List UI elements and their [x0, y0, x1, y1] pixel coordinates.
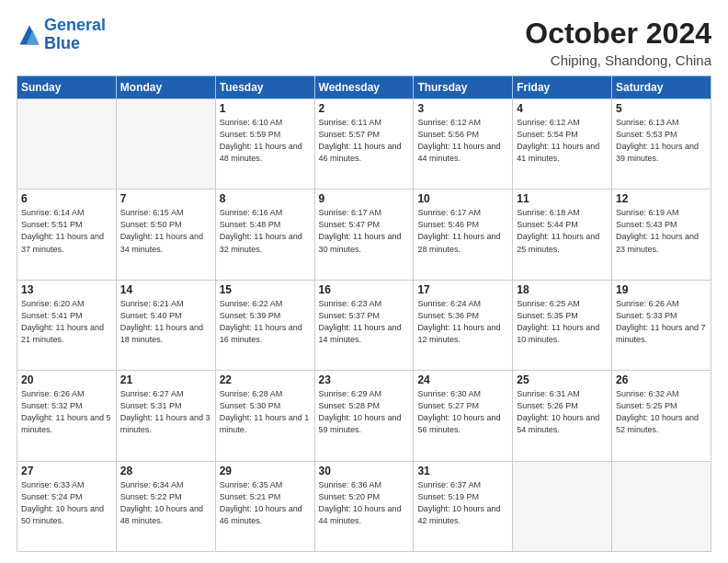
calendar-cell: 2Sunrise: 6:11 AM Sunset: 5:57 PM Daylig… — [314, 99, 414, 190]
month-year: October 2024 — [525, 17, 711, 51]
day-number: 10 — [417, 192, 508, 205]
calendar-week-row: 20Sunrise: 6:26 AM Sunset: 5:32 PM Dayli… — [17, 371, 711, 461]
page: General Blue October 2024 Chiping, Shand… — [0, 0, 728, 563]
calendar-week-row: 6Sunrise: 6:14 AM Sunset: 5:51 PM Daylig… — [17, 190, 711, 280]
calendar-week-row: 27Sunrise: 6:33 AM Sunset: 5:24 PM Dayli… — [17, 461, 711, 551]
day-number: 7 — [120, 192, 211, 205]
day-number: 9 — [319, 192, 410, 205]
day-number: 13 — [21, 283, 112, 296]
cell-info: Sunrise: 6:13 AM Sunset: 5:53 PM Dayligh… — [616, 117, 707, 165]
cell-info: Sunrise: 6:31 AM Sunset: 5:26 PM Dayligh… — [517, 388, 608, 436]
cell-info: Sunrise: 6:17 AM Sunset: 5:47 PM Dayligh… — [319, 207, 410, 255]
calendar-cell: 10Sunrise: 6:17 AM Sunset: 5:46 PM Dayli… — [414, 190, 513, 280]
day-number: 24 — [417, 373, 508, 386]
logo-line1: General — [44, 16, 106, 34]
day-number: 22 — [220, 373, 311, 386]
day-number: 25 — [517, 373, 608, 386]
cell-info: Sunrise: 6:20 AM Sunset: 5:41 PM Dayligh… — [21, 298, 112, 346]
cell-info: Sunrise: 6:12 AM Sunset: 5:56 PM Dayligh… — [417, 117, 508, 165]
calendar-week-row: 1Sunrise: 6:10 AM Sunset: 5:59 PM Daylig… — [17, 99, 711, 190]
calendar-week-row: 13Sunrise: 6:20 AM Sunset: 5:41 PM Dayli… — [17, 280, 711, 370]
day-number: 29 — [220, 465, 311, 477]
day-number: 21 — [120, 373, 211, 386]
cell-info: Sunrise: 6:11 AM Sunset: 5:57 PM Dayligh… — [319, 117, 410, 165]
calendar-header-row: SundayMondayTuesdayWednesdayThursdayFrid… — [17, 76, 711, 99]
day-number: 3 — [417, 102, 508, 115]
day-number: 17 — [417, 283, 508, 296]
calendar-cell: 22Sunrise: 6:28 AM Sunset: 5:30 PM Dayli… — [215, 371, 314, 461]
calendar-cell: 5Sunrise: 6:13 AM Sunset: 5:53 PM Daylig… — [612, 99, 711, 190]
calendar-cell: 20Sunrise: 6:26 AM Sunset: 5:32 PM Dayli… — [17, 371, 117, 461]
title-block: October 2024 Chiping, Shandong, China — [525, 17, 711, 68]
calendar-cell — [116, 99, 215, 190]
calendar-cell: 18Sunrise: 6:25 AM Sunset: 5:35 PM Dayli… — [513, 280, 612, 370]
day-number: 1 — [220, 102, 311, 115]
logo-line2: Blue — [44, 34, 80, 52]
day-number: 18 — [517, 283, 608, 296]
day-of-week-header: Tuesday — [215, 76, 314, 99]
calendar-cell: 29Sunrise: 6:35 AM Sunset: 5:21 PM Dayli… — [215, 461, 314, 551]
calendar-cell: 21Sunrise: 6:27 AM Sunset: 5:31 PM Dayli… — [116, 371, 215, 461]
cell-info: Sunrise: 6:32 AM Sunset: 5:25 PM Dayligh… — [616, 388, 707, 436]
day-number: 6 — [21, 192, 112, 205]
calendar-cell: 19Sunrise: 6:26 AM Sunset: 5:33 PM Dayli… — [612, 280, 711, 370]
calendar-cell: 9Sunrise: 6:17 AM Sunset: 5:47 PM Daylig… — [314, 190, 414, 280]
calendar-cell: 23Sunrise: 6:29 AM Sunset: 5:28 PM Dayli… — [314, 371, 414, 461]
calendar-cell: 17Sunrise: 6:24 AM Sunset: 5:36 PM Dayli… — [414, 280, 513, 370]
day-number: 12 — [616, 192, 707, 205]
day-number: 28 — [120, 465, 211, 477]
day-number: 11 — [517, 192, 608, 205]
day-number: 5 — [616, 102, 707, 115]
calendar-cell: 6Sunrise: 6:14 AM Sunset: 5:51 PM Daylig… — [17, 190, 117, 280]
calendar-cell: 16Sunrise: 6:23 AM Sunset: 5:37 PM Dayli… — [314, 280, 414, 370]
day-number: 15 — [220, 283, 311, 296]
calendar-cell: 30Sunrise: 6:36 AM Sunset: 5:20 PM Dayli… — [314, 461, 414, 551]
logo-icon — [17, 22, 42, 48]
day-number: 14 — [120, 283, 211, 296]
location: Chiping, Shandong, China — [525, 52, 711, 68]
cell-info: Sunrise: 6:15 AM Sunset: 5:50 PM Dayligh… — [120, 207, 211, 255]
calendar-cell: 14Sunrise: 6:21 AM Sunset: 5:40 PM Dayli… — [116, 280, 215, 370]
calendar-cell: 8Sunrise: 6:16 AM Sunset: 5:48 PM Daylig… — [215, 190, 314, 280]
cell-info: Sunrise: 6:21 AM Sunset: 5:40 PM Dayligh… — [120, 298, 211, 346]
logo: General Blue — [17, 17, 106, 53]
cell-info: Sunrise: 6:25 AM Sunset: 5:35 PM Dayligh… — [517, 298, 608, 346]
cell-info: Sunrise: 6:29 AM Sunset: 5:28 PM Dayligh… — [319, 388, 410, 436]
cell-info: Sunrise: 6:19 AM Sunset: 5:43 PM Dayligh… — [616, 207, 707, 255]
cell-info: Sunrise: 6:34 AM Sunset: 5:22 PM Dayligh… — [120, 479, 211, 527]
calendar-cell: 28Sunrise: 6:34 AM Sunset: 5:22 PM Dayli… — [116, 461, 215, 551]
cell-info: Sunrise: 6:22 AM Sunset: 5:39 PM Dayligh… — [220, 298, 311, 346]
calendar-cell: 27Sunrise: 6:33 AM Sunset: 5:24 PM Dayli… — [17, 461, 117, 551]
calendar-cell: 7Sunrise: 6:15 AM Sunset: 5:50 PM Daylig… — [116, 190, 215, 280]
calendar-cell: 26Sunrise: 6:32 AM Sunset: 5:25 PM Dayli… — [612, 371, 711, 461]
calendar-cell: 11Sunrise: 6:18 AM Sunset: 5:44 PM Dayli… — [513, 190, 612, 280]
day-number: 4 — [517, 102, 608, 115]
day-number: 31 — [417, 465, 508, 477]
cell-info: Sunrise: 6:37 AM Sunset: 5:19 PM Dayligh… — [417, 479, 508, 527]
cell-info: Sunrise: 6:27 AM Sunset: 5:31 PM Dayligh… — [120, 388, 211, 436]
day-number: 16 — [319, 283, 410, 296]
day-number: 26 — [616, 373, 707, 386]
day-of-week-header: Thursday — [414, 76, 513, 99]
cell-info: Sunrise: 6:26 AM Sunset: 5:32 PM Dayligh… — [21, 388, 112, 436]
calendar-cell: 13Sunrise: 6:20 AM Sunset: 5:41 PM Dayli… — [17, 280, 117, 370]
day-number: 20 — [21, 373, 112, 386]
day-of-week-header: Friday — [513, 76, 612, 99]
calendar-cell — [513, 461, 612, 551]
day-of-week-header: Monday — [116, 76, 215, 99]
cell-info: Sunrise: 6:14 AM Sunset: 5:51 PM Dayligh… — [21, 207, 112, 255]
cell-info: Sunrise: 6:18 AM Sunset: 5:44 PM Dayligh… — [517, 207, 608, 255]
day-number: 19 — [616, 283, 707, 296]
day-number: 2 — [319, 102, 410, 115]
calendar-cell: 31Sunrise: 6:37 AM Sunset: 5:19 PM Dayli… — [414, 461, 513, 551]
day-of-week-header: Sunday — [17, 76, 117, 99]
calendar-cell: 4Sunrise: 6:12 AM Sunset: 5:54 PM Daylig… — [513, 99, 612, 190]
cell-info: Sunrise: 6:28 AM Sunset: 5:30 PM Dayligh… — [220, 388, 311, 436]
day-of-week-header: Saturday — [612, 76, 711, 99]
calendar-cell: 25Sunrise: 6:31 AM Sunset: 5:26 PM Dayli… — [513, 371, 612, 461]
day-number: 30 — [319, 465, 410, 477]
day-of-week-header: Wednesday — [314, 76, 414, 99]
calendar-cell: 24Sunrise: 6:30 AM Sunset: 5:27 PM Dayli… — [414, 371, 513, 461]
calendar-cell: 12Sunrise: 6:19 AM Sunset: 5:43 PM Dayli… — [612, 190, 711, 280]
calendar-cell: 3Sunrise: 6:12 AM Sunset: 5:56 PM Daylig… — [414, 99, 513, 190]
